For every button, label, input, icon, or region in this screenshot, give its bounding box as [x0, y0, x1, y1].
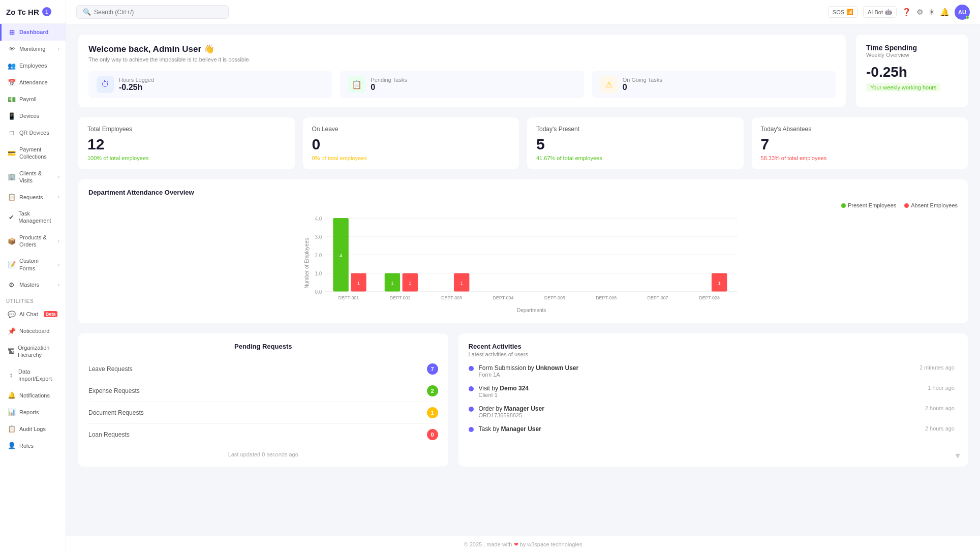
- sidebar-item-ai-chat[interactable]: 💬 AI Chat Beta: [0, 306, 66, 323]
- sidebar-item-data-import[interactable]: ↕ Data Import/Export: [0, 363, 66, 387]
- welcome-block: Welcome back, Admin User 👋 The only way …: [78, 35, 846, 107]
- sidebar-icon-notifications: 🔔: [8, 391, 16, 399]
- sidebar-icon-requests: 📋: [8, 193, 16, 201]
- legend-absent-label: Absent Employees: [911, 202, 958, 208]
- svg-text:1: 1: [357, 281, 360, 286]
- bell-icon[interactable]: 🔔: [940, 8, 950, 17]
- pending-row: Leave Requests 7: [88, 358, 438, 380]
- sidebar-icon-audit-logs: 📋: [8, 425, 16, 433]
- svg-text:Departments: Departments: [517, 308, 546, 313]
- svg-text:DEPT-006: DEPT-006: [596, 295, 617, 300]
- aibot-label: AI Bot: [868, 9, 883, 15]
- sidebar-item-requests[interactable]: 📋 Requests ›: [0, 189, 66, 205]
- topbar: 🔍 SOS 📶 AI Bot 🤖 ❓ ⚙ ☀ 🔔 AU: [66, 0, 980, 24]
- svg-text:DEPT-003: DEPT-003: [441, 295, 462, 300]
- chevron-icon: ›: [58, 282, 59, 288]
- stat-icon: ⚠: [600, 76, 618, 93]
- sidebar-label-requests: Requests: [19, 194, 43, 201]
- sidebar-item-monitoring[interactable]: 👁 Monitoring ›: [0, 41, 66, 57]
- avatar[interactable]: AU: [955, 5, 970, 20]
- welcome-stats: ⏱ Hours Logged -0.25h 📋 Pending Tasks 0 …: [88, 71, 836, 98]
- big-stat-label: Today's Present: [536, 126, 734, 133]
- stat-icon: ⏱: [97, 76, 114, 93]
- legend-present-dot: [841, 203, 846, 208]
- sidebar-label-noticeboard: Noticeboard: [19, 327, 49, 334]
- time-spending-title: Time Spending: [866, 44, 958, 52]
- sidebar-item-qr-devices[interactable]: □ QR Devices: [0, 125, 66, 141]
- sidebar-item-audit-logs[interactable]: 📋 Audit Logs: [0, 420, 66, 437]
- svg-text:0.0: 0.0: [315, 289, 322, 295]
- sidebar-item-task-management[interactable]: ✔ Task Management: [0, 205, 66, 229]
- legend-present: Present Employees: [841, 202, 896, 208]
- legend-present-label: Present Employees: [848, 202, 896, 208]
- svg-text:DEPT-001: DEPT-001: [338, 295, 359, 300]
- svg-text:2.0: 2.0: [315, 253, 322, 258]
- big-stat-value: 12: [87, 136, 286, 153]
- sidebar-item-payment-collections[interactable]: 💳 Payment Collections: [0, 141, 66, 165]
- search-box[interactable]: 🔍: [76, 5, 229, 19]
- sos-button[interactable]: SOS 📶: [828, 6, 858, 18]
- sun-icon[interactable]: ☀: [928, 8, 935, 17]
- sidebar-icon-masters: ⚙: [8, 281, 16, 289]
- pending-badge: 7: [427, 363, 438, 375]
- big-stat-label: Today's Absentees: [761, 126, 959, 133]
- stat-label: Pending Tasks: [371, 77, 407, 83]
- topbar-actions: SOS 📶 AI Bot 🤖 ❓ ⚙ ☀ 🔔 AU: [828, 5, 970, 20]
- sidebar-label-notifications: Notifications: [19, 392, 50, 399]
- wifi-icon: 📶: [846, 9, 853, 15]
- big-stat-value: 7: [761, 136, 959, 153]
- aibot-button[interactable]: AI Bot 🤖: [863, 6, 897, 18]
- time-tag: Your weekly working hours: [866, 83, 940, 91]
- sidebar-item-reports[interactable]: 📊 Reports: [0, 404, 66, 420]
- sidebar-item-masters[interactable]: ⚙ Masters ›: [0, 276, 66, 293]
- search-input[interactable]: [94, 9, 222, 16]
- sidebar-item-noticeboard[interactable]: 📌 Noticeboard: [0, 323, 66, 340]
- legend-absent-dot: [904, 203, 909, 208]
- settings-icon[interactable]: ⚙: [916, 8, 923, 17]
- sidebar-item-custom-forms[interactable]: 📝 Custom Forms ›: [0, 253, 66, 276]
- activity-main: Order by Manager User: [479, 405, 920, 412]
- sidebar-item-employees[interactable]: 👥 Employees: [0, 57, 66, 74]
- svg-text:1: 1: [461, 281, 463, 286]
- big-stat-today's-absentees: Today's Absentees 7 58.33% of total empl…: [752, 117, 968, 169]
- activity-time: 2 minutes ago: [920, 364, 955, 371]
- svg-text:DEPT-008: DEPT-008: [699, 295, 720, 300]
- sidebar-icon-attendance: 📅: [8, 79, 16, 86]
- sidebar-item-payroll[interactable]: 💵 Payroll: [0, 91, 66, 108]
- sidebar-item-attendance[interactable]: 📅 Attendance: [0, 74, 66, 91]
- sidebar-item-org-hierarchy[interactable]: 🏗 Organization Hierarchy: [0, 340, 66, 363]
- pending-badge: 0: [427, 429, 438, 440]
- sidebar-icon-reports: 📊: [8, 408, 16, 416]
- sidebar-icon-products-orders: 📦: [8, 237, 16, 245]
- stat-label: Hours Logged: [119, 77, 154, 83]
- sidebar-label-products-orders: Products & Orders: [19, 234, 54, 249]
- sidebar-item-dashboard[interactable]: ⊞ Dashboard: [0, 24, 66, 41]
- sidebar-label-dashboard: Dashboard: [19, 28, 48, 36]
- stat-card-on-going-tasks: ⚠ On Going Tasks 0: [592, 71, 836, 98]
- sidebar-label-employees: Employees: [19, 62, 47, 69]
- help-icon[interactable]: ❓: [902, 8, 911, 17]
- activities-list: Form Submission by Unknown User Form 1A …: [469, 364, 958, 440]
- activity-time: 2 hours ago: [925, 405, 955, 411]
- app-badge: 1: [42, 7, 51, 16]
- stat-value: 0: [623, 83, 662, 92]
- activity-dot: [469, 386, 474, 391]
- pending-label: Document Requests: [88, 409, 144, 416]
- chart-section: Department Attendance Overview Present E…: [78, 179, 968, 323]
- big-stat-sub: 41.67% of total employees: [536, 155, 734, 161]
- footer-text: © 2025 , made with ❤ by w3space technolo…: [464, 541, 583, 547]
- sidebar-icon-custom-forms: 📝: [8, 261, 16, 268]
- sidebar-logo[interactable]: Zo Tc HR 1: [0, 0, 66, 24]
- sidebar-nav: ⊞ Dashboard 👁 Monitoring ›👥 Employees 📅 …: [0, 24, 66, 293]
- sidebar-label-ai-chat: AI Chat: [19, 311, 38, 318]
- sidebar-item-roles[interactable]: 👤 Roles: [0, 437, 66, 454]
- sidebar-icon-noticeboard: 📌: [8, 327, 16, 335]
- sidebar-item-devices[interactable]: 📱 Devices: [0, 108, 66, 125]
- sidebar-item-notifications[interactable]: 🔔 Notifications: [0, 387, 66, 404]
- chevron-icon: ›: [58, 174, 59, 179]
- sidebar-item-products-orders[interactable]: 📦 Products & Orders ›: [0, 229, 66, 253]
- pending-requests-title: Pending Requests: [88, 343, 438, 350]
- pending-row: Expense Requests 2: [88, 380, 438, 402]
- sidebar-item-clients-visits[interactable]: 🏢 Clients & Visits ›: [0, 165, 66, 189]
- recent-activities-block: Recent Activities Latest activities of u…: [458, 333, 968, 467]
